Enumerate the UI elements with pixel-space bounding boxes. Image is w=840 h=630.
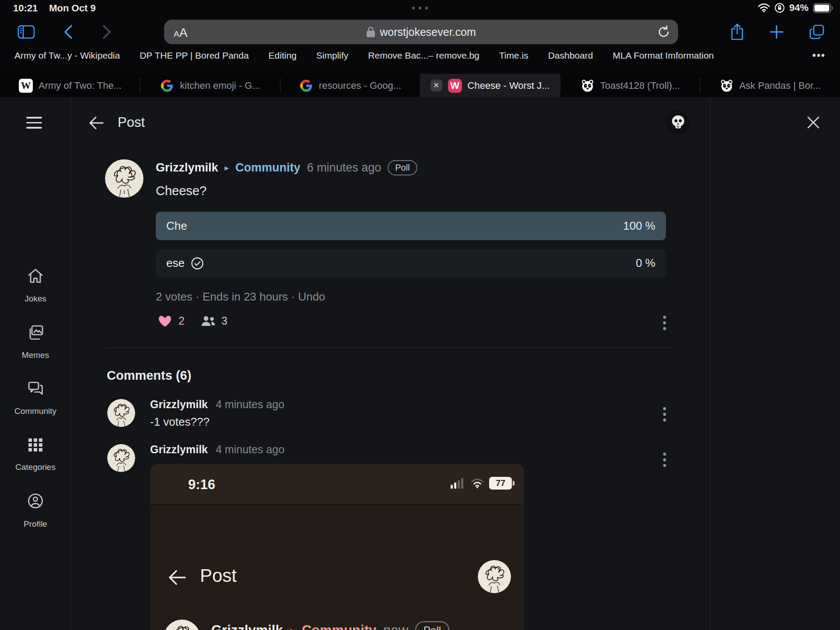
post-menu-kebab-icon[interactable]: [662, 315, 667, 331]
images-icon: [27, 324, 44, 341]
worstjokesever-favicon: W: [448, 78, 462, 93]
tab-ask-pandas[interactable]: Ask Pandas | Bor...: [700, 74, 840, 97]
tabs-overview-button[interactable]: [808, 24, 825, 40]
back-button[interactable]: [63, 24, 74, 40]
embed-caret-icon: ▸: [290, 625, 295, 630]
bored-panda-favicon: [580, 78, 595, 93]
comment-menu-kebab-icon[interactable]: [662, 452, 667, 468]
tab-cheese-active[interactable]: ✕ W Cheese - Worst J...: [420, 74, 560, 97]
embed-post-avatar: [164, 620, 200, 630]
page-content: Jokes Memes Community: [0, 97, 840, 630]
sidebar-item-label: Jokes: [24, 294, 46, 304]
post-question: Cheese?: [156, 184, 206, 198]
tab-toast4128[interactable]: Toast4128 (Troll)...: [560, 74, 700, 97]
tab-army-of-two[interactable]: W Army of Two: The...: [0, 74, 140, 97]
comment-author[interactable]: Grizzlymilk: [150, 398, 208, 411]
post-author[interactable]: Grizzlymilk: [156, 161, 218, 175]
sidebar-toggle-button[interactable]: [18, 24, 35, 39]
embed-back-arrow-icon: [168, 569, 187, 586]
tab-resources[interactable]: resources - Goog...: [280, 74, 420, 97]
bored-panda-favicon: [719, 78, 734, 93]
embed-poll-badge: Poll: [415, 621, 449, 630]
url-text: worstjokesever.com: [380, 26, 476, 38]
clock: 10:21: [13, 3, 38, 14]
comment-meta: Grizzlymilk 4 minutes ago: [150, 398, 284, 411]
poll-option-label: ese: [166, 256, 185, 270]
comment-author-avatar[interactable]: [107, 399, 135, 427]
bookmark-item[interactable]: DP THE PP | Bored Panda: [140, 50, 248, 61]
post-author-avatar[interactable]: [105, 159, 144, 198]
bookmark-item[interactable]: Army of Tw...y - Wikipedia: [14, 50, 120, 61]
poll-option-percent: 0 %: [636, 256, 655, 270]
comment-meta: Grizzlymilk 4 minutes ago: [150, 443, 284, 456]
new-tab-button[interactable]: [769, 24, 784, 39]
comment-timestamp: 4 minutes ago: [216, 443, 284, 456]
sidebar-item-profile[interactable]: Profile: [0, 492, 71, 529]
person-icon: [27, 492, 44, 510]
page-title: Post: [118, 115, 145, 130]
user-skull-avatar[interactable]: [666, 110, 690, 135]
poll-option-2[interactable]: ese 0 %: [156, 249, 666, 277]
address-bar[interactable]: AA worstjokesever.com: [164, 20, 678, 44]
poll-undo-link[interactable]: Undo: [298, 290, 325, 303]
comment-author[interactable]: Grizzlymilk: [150, 443, 208, 456]
embed-body: Post Grizzlymilk: [150, 504, 524, 630]
bookmark-item[interactable]: Remove Bac...– remove.bg: [368, 50, 479, 61]
sidebar-divider: [71, 97, 71, 630]
comment-menu-kebab-icon[interactable]: [662, 406, 667, 422]
back-arrow-button[interactable]: [88, 116, 104, 130]
bookmark-item[interactable]: Simplify: [316, 50, 349, 61]
poll-meta: 2 votes · Ends in 23 hours · Undo: [156, 290, 325, 304]
bookmark-item[interactable]: Time.is: [499, 50, 528, 61]
voter-count: 3: [221, 315, 228, 327]
comment-author-avatar[interactable]: [107, 444, 135, 472]
like-count: 2: [178, 315, 185, 327]
sidebar-item-jokes[interactable]: Jokes: [0, 268, 71, 304]
reader-options-button[interactable]: AA: [174, 20, 187, 50]
embed-post-author: Grizzlymilk: [211, 623, 283, 630]
tab-kitchen-emoji[interactable]: kitchen emoji - G...: [140, 74, 280, 97]
google-favicon: [160, 78, 175, 93]
comment-screenshot-attachment[interactable]: 9:16: [150, 464, 524, 630]
sidebar-item-memes[interactable]: Memes: [0, 324, 71, 360]
forward-button[interactable]: [102, 24, 112, 40]
sidebar-item-label: Categories: [15, 462, 56, 472]
tab-strip: W Army of Two: The... kitchen emoji - G.…: [0, 74, 840, 97]
heart-icon[interactable]: [158, 314, 172, 328]
home-icon: [27, 268, 44, 284]
embed-page-title: Post: [200, 565, 237, 586]
reload-button[interactable]: [657, 25, 670, 38]
share-button[interactable]: [730, 23, 745, 41]
poll-option-percent: 100 %: [623, 219, 655, 233]
embed-status-bar: 9:16: [150, 464, 524, 504]
home-indicator-dots-icon[interactable]: [412, 7, 428, 10]
menu-hamburger-button[interactable]: [26, 117, 42, 129]
tls-lock-icon: [366, 26, 375, 38]
sidebar-item-community[interactable]: Community: [0, 380, 71, 416]
bookmark-item[interactable]: Editing: [269, 50, 297, 61]
post-actions: 2 3: [158, 314, 228, 328]
close-tab-icon[interactable]: ✕: [430, 80, 442, 91]
google-favicon: [299, 78, 314, 93]
community-link[interactable]: Community: [235, 161, 301, 175]
comment-text: -1 votes???: [150, 415, 210, 429]
poll-meta-text: 2 votes · Ends in 23 hours ·: [156, 290, 298, 303]
breadcrumb-caret-icon: ▸: [225, 163, 229, 173]
poll-badge: Poll: [388, 160, 417, 175]
grid-icon: [27, 436, 44, 453]
poll-option-1[interactable]: Che 100 %: [156, 212, 666, 240]
ipad-screen: 10:21 Mon Oct 9 94%: [0, 0, 840, 630]
bookmark-item[interactable]: MLA Format Imformation: [612, 50, 714, 61]
bookmark-item[interactable]: Dashboard: [548, 50, 593, 61]
embed-post-meta: Grizzlymilk ▸ Community now Poll: [211, 621, 449, 630]
close-icon[interactable]: [806, 115, 821, 130]
status-bar: 10:21 Mon Oct 9 94%: [0, 0, 840, 17]
poll-option-label: Che: [166, 219, 187, 233]
bookmarks-overflow-button[interactable]: •••: [812, 50, 826, 62]
embed-clock: 9:16: [188, 477, 215, 493]
sidebar-item-categories[interactable]: Categories: [0, 436, 71, 472]
date: Mon Oct 9: [49, 3, 95, 14]
embed-header-avatar: [478, 560, 511, 593]
embed-battery-icon: 77: [489, 477, 512, 490]
comment-timestamp: 4 minutes ago: [216, 398, 284, 411]
